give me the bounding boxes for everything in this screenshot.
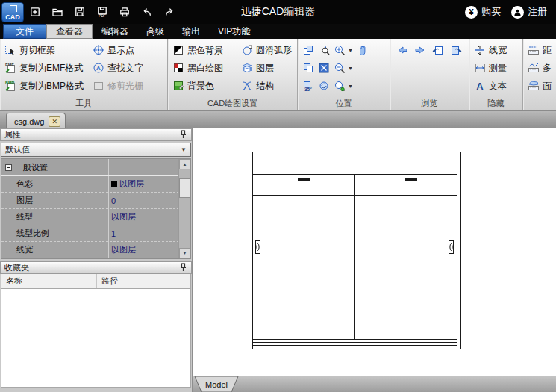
bw-draw-button[interactable]: 黑白绘图: [172, 59, 237, 77]
properties-title: 属性: [4, 129, 21, 140]
bg-color-icon: [172, 80, 184, 92]
cut-frame-button[interactable]: 剪切框架: [4, 41, 88, 59]
layers-icon: [241, 62, 253, 74]
bw-draw-label: 黑白绘图: [187, 62, 223, 75]
property-row-lineweight[interactable]: 线宽 以图层: [1, 242, 190, 258]
favorites-list[interactable]: [1, 289, 191, 388]
save-pdf-icon: PDF: [96, 6, 108, 18]
property-grid-scrollbar[interactable]: ▲ ▼: [178, 159, 190, 258]
rotate-page-ccw-icon[interactable]: [302, 62, 314, 74]
polyline-ruler-icon: [528, 62, 540, 74]
copy-bmp-icon: BMP: [4, 80, 16, 92]
open-file-button[interactable]: [46, 2, 69, 22]
property-group-label: 一般设置: [15, 162, 48, 173]
scroll-down-icon[interactable]: ▼: [179, 248, 190, 258]
menu-advanced[interactable]: 高级: [137, 24, 173, 39]
structure-label: 结构: [256, 80, 274, 93]
distance-button[interactable]: 距: [528, 41, 553, 59]
linewidth-toggle-button[interactable]: 线宽: [474, 41, 519, 59]
ribbon-group-tools: 剪切框架 EMF 复制为EMF格式: [0, 39, 168, 110]
first-view-icon[interactable]: [432, 44, 444, 56]
black-bg-button[interactable]: 黑色背景: [172, 41, 237, 59]
title-bar: CAD PDF: [0, 0, 556, 24]
print-button[interactable]: [113, 2, 136, 22]
redo-button[interactable]: [158, 2, 181, 22]
structure-button[interactable]: 结构: [241, 77, 292, 95]
model-tab[interactable]: Model: [193, 376, 240, 392]
save-button[interactable]: [69, 2, 91, 22]
drawing-canvas[interactable]: [193, 128, 556, 376]
find-text-button[interactable]: A 查找文字: [93, 59, 143, 77]
favorites-col-path[interactable]: 路径: [97, 276, 118, 287]
undo-icon: [141, 6, 153, 18]
pin-icon[interactable]: [179, 130, 187, 140]
buy-button[interactable]: ¥ 购买: [465, 5, 501, 19]
layers-button[interactable]: 图层: [241, 59, 292, 77]
polyline-measure-button[interactable]: 多: [528, 59, 553, 77]
menu-vip[interactable]: VIP功能: [209, 24, 259, 39]
menu-viewer[interactable]: 查看器: [46, 24, 93, 39]
trim-raster-label: 修剪光栅: [107, 80, 143, 93]
menu-file[interactable]: 文件: [3, 24, 46, 39]
model-tab-bar: Model: [193, 376, 556, 392]
left-panel: 属性 默认值 ▼ 一般设置 色彩: [0, 128, 193, 392]
copy-bmp-button[interactable]: BMP 复制为BMP格式: [4, 77, 88, 95]
zoom-out-icon[interactable]: [334, 62, 346, 74]
properties-panel-header: 属性: [0, 128, 192, 141]
svg-text:BMP: BMP: [5, 81, 15, 85]
menu-output[interactable]: 输出: [173, 24, 209, 39]
zoom-in-icon[interactable]: [334, 44, 346, 56]
open-folder-icon: [51, 6, 63, 18]
zoom-out-dropdown[interactable]: ▼: [348, 66, 353, 71]
copy-emf-label: 复制为EMF格式: [19, 62, 83, 75]
svg-text:35°: 35°: [304, 87, 312, 92]
menu-bar: 文件 查看器 编辑器 高级 输出 VIP功能: [0, 24, 556, 39]
text-toggle-button[interactable]: A 文本: [474, 77, 519, 95]
document-tab-csg[interactable]: csg.dwg ✕: [6, 113, 66, 129]
favorites-column-headers: 名称 路径: [1, 274, 191, 289]
pan-hand-icon[interactable]: [357, 44, 369, 56]
polyline-label: 多: [543, 62, 552, 75]
property-row-linetype-scale[interactable]: 线型比例 1: [1, 225, 190, 242]
close-tab-button[interactable]: ✕: [49, 116, 60, 127]
cad-settings-group-label: CAD绘图设置: [168, 98, 297, 109]
zoom-in-dropdown[interactable]: ▼: [348, 48, 353, 53]
zoom-previous-icon[interactable]: [318, 80, 330, 92]
copy-emf-button[interactable]: EMF 复制为EMF格式: [4, 59, 88, 77]
favorites-pin-icon[interactable]: [179, 263, 187, 273]
favorites-col-name[interactable]: 名称: [1, 274, 97, 288]
linewidth-label: 线宽: [489, 44, 507, 57]
svg-text:PDF: PDF: [99, 14, 106, 18]
forward-arrow-icon[interactable]: [414, 44, 426, 56]
property-row-linetype[interactable]: 线型 以图层: [1, 209, 190, 225]
save-pdf-button[interactable]: PDF: [91, 2, 113, 22]
smooth-arc-button[interactable]: 圆滑弧形: [241, 41, 292, 59]
zoom-scale-dropdown[interactable]: ▼: [348, 84, 353, 89]
back-arrow-icon[interactable]: [396, 44, 408, 56]
last-view-icon[interactable]: [450, 44, 462, 56]
scroll-up-icon[interactable]: ▲: [179, 159, 190, 169]
ribbon-group-cad-settings: 黑色背景 黑白绘图: [168, 39, 298, 110]
rotate-page-icon[interactable]: [302, 44, 314, 56]
new-file-button[interactable]: [24, 2, 46, 22]
fit-extents-icon[interactable]: [318, 62, 330, 74]
ribbon-group-position: ▼ ▼: [298, 39, 390, 110]
preset-combobox[interactable]: 默认值 ▼: [1, 143, 191, 157]
menu-editor[interactable]: 编辑器: [93, 24, 137, 39]
bg-color-button[interactable]: 背景色: [172, 77, 237, 95]
property-group-row[interactable]: 一般设置: [1, 159, 190, 176]
rotate-angle-icon[interactable]: 35°: [302, 80, 314, 92]
register-button[interactable]: 注册: [511, 5, 547, 19]
property-row-color[interactable]: 色彩 以图层: [1, 176, 190, 193]
zoom-window-icon[interactable]: [318, 44, 330, 56]
favorites-title: 收藏夹: [4, 262, 29, 273]
show-points-button[interactable]: 显示点: [93, 41, 143, 59]
property-row-layer[interactable]: 图层 0: [1, 193, 190, 209]
scroll-thumb[interactable]: [179, 178, 190, 198]
area-measure-button[interactable]: 面: [528, 77, 553, 95]
collapse-icon[interactable]: [5, 164, 12, 171]
undo-button[interactable]: [136, 2, 158, 22]
find-text-label: 查找文字: [107, 62, 143, 75]
measure-toggle-button[interactable]: 测量: [474, 59, 519, 77]
zoom-scale-icon[interactable]: [334, 80, 346, 92]
